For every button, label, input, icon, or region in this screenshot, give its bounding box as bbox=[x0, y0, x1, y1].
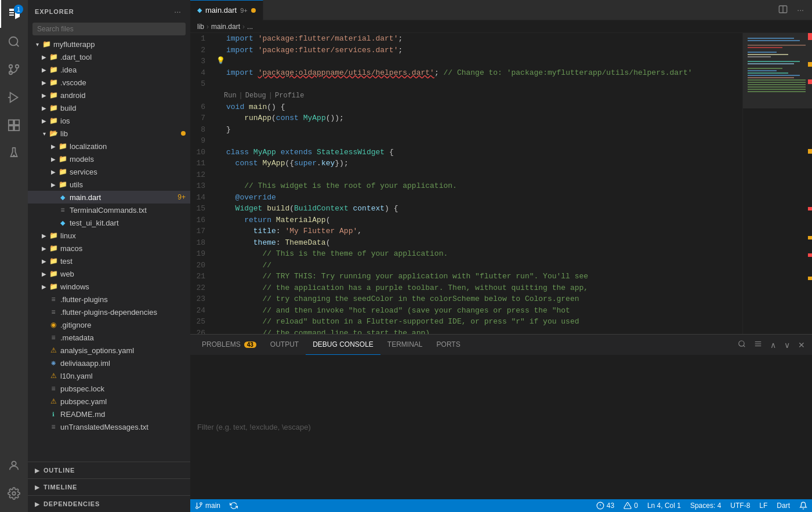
code-lens-debug[interactable]: Debug bbox=[245, 90, 266, 101]
svg-rect-37 bbox=[808, 33, 812, 40]
tree-item-analysis-options[interactable]: ▶ ⚠ analysis_options.yaml bbox=[28, 344, 190, 357]
tree-item-terminal-commands[interactable]: ▶ ≡ TerminalCommands.txt bbox=[28, 204, 190, 216]
build-icon: 📁 bbox=[49, 103, 58, 112]
activity-item-account[interactable] bbox=[0, 452, 28, 480]
tree-item-ios[interactable]: ▶ 📁 ios bbox=[28, 114, 190, 127]
main-dart-icon: ◆ bbox=[58, 193, 67, 202]
status-item-language[interactable]: Dart bbox=[772, 499, 795, 512]
status-item-notifications[interactable] bbox=[795, 499, 812, 512]
panel-scroll-up-button[interactable]: ∧ bbox=[768, 338, 778, 352]
breadcrumb-more[interactable]: ... bbox=[247, 23, 253, 31]
tree-item-readme[interactable]: ▶ ℹ README.md bbox=[28, 408, 190, 420]
tree-item-windows[interactable]: ▶ 📁 windows bbox=[28, 280, 190, 293]
tree-item-test-ui-kit[interactable]: ▶ ◆ test_ui_kit.dart bbox=[28, 216, 190, 229]
tree-item-main-dart[interactable]: ▶ ◆ main.dart 9+ bbox=[28, 191, 190, 204]
activity-item-search[interactable] bbox=[0, 28, 28, 56]
panel-close-button[interactable]: ✕ bbox=[796, 338, 807, 352]
eol-label: LF bbox=[759, 502, 767, 510]
panel-scroll-down-button[interactable]: ∨ bbox=[782, 338, 792, 352]
status-item-sync[interactable] bbox=[225, 499, 242, 512]
panel-tab-ports[interactable]: PORTS bbox=[430, 335, 467, 355]
activity-item-extensions[interactable] bbox=[0, 111, 28, 139]
tree-item-flutter-plugins[interactable]: ▶ ≡ .flutter-plugins bbox=[28, 293, 190, 306]
activity-item-explorer[interactable]: 1 bbox=[0, 0, 28, 28]
status-item-ln-col[interactable]: Ln 4, Col 1 bbox=[643, 499, 686, 512]
tree-item-idea[interactable]: ▶ 📁 .idea bbox=[28, 63, 190, 76]
tree-item-web[interactable]: ▶ 📁 web bbox=[28, 267, 190, 280]
tab-main-dart[interactable]: ◆ main.dart 9+ bbox=[190, 0, 263, 20]
panel-tab-terminal[interactable]: TERMINAL bbox=[380, 335, 430, 355]
line-content-16: return MaterialApp( bbox=[226, 215, 742, 226]
tree-item-models[interactable]: ▶ 📁 models bbox=[28, 152, 190, 165]
activity-item-testing[interactable] bbox=[0, 139, 28, 167]
timeline-label: TIMELINE bbox=[44, 484, 77, 491]
more-actions-button[interactable]: ··· bbox=[793, 3, 807, 17]
panel-filter-button[interactable] bbox=[752, 337, 764, 352]
test-label: test bbox=[60, 257, 190, 266]
status-item-eol[interactable]: LF bbox=[755, 499, 772, 512]
panel-filter-input[interactable] bbox=[197, 423, 805, 431]
tab-count: 9+ bbox=[240, 7, 248, 14]
dependencies-section-header[interactable]: ▶ DEPENDENCIES bbox=[28, 496, 190, 512]
tree-item-services[interactable]: ▶ 📁 services bbox=[28, 165, 190, 178]
tree-item-lib[interactable]: ▾ 📂 lib bbox=[28, 127, 190, 140]
code-lens-profile[interactable]: Profile bbox=[275, 90, 304, 101]
line-num-22: 22 bbox=[190, 282, 215, 294]
tree-item-flutter-plugins-dep[interactable]: ▶ ≡ .flutter-plugins-dependencies bbox=[28, 306, 190, 318]
split-editor-button[interactable] bbox=[775, 2, 791, 18]
root-chevron: ▾ bbox=[32, 39, 42, 49]
tree-item-untranslated[interactable]: ▶ ≡ unTranslatedMessages.txt bbox=[28, 420, 190, 433]
tree-item-pubspec-lock[interactable]: ▶ ≡ pubspec.lock bbox=[28, 382, 190, 395]
minimap[interactable] bbox=[742, 33, 812, 334]
code-editor[interactable]: 1 import 'package:flutter/material.dart'… bbox=[190, 33, 742, 334]
status-item-branch[interactable]: main bbox=[190, 499, 225, 512]
panel-tab-output[interactable]: OUTPUT bbox=[263, 335, 306, 355]
tree-item-l10n[interactable]: ▶ ⚠ l10n.yaml bbox=[28, 369, 190, 382]
metadata-icon: ≡ bbox=[49, 333, 58, 342]
svg-rect-26 bbox=[748, 68, 782, 69]
tree-item-vscode[interactable]: ▶ 📁 .vscode bbox=[28, 76, 190, 89]
activity-item-run[interactable] bbox=[0, 83, 28, 111]
timeline-section: ▶ TIMELINE bbox=[28, 478, 190, 495]
tree-item-build[interactable]: ▶ 📁 build bbox=[28, 101, 190, 114]
panel-tab-problems[interactable]: PROBLEMS 43 bbox=[195, 335, 263, 355]
svg-rect-27 bbox=[748, 70, 777, 71]
tree-item-localization[interactable]: ▶ 📁 localization bbox=[28, 140, 190, 152]
panel-content bbox=[190, 355, 812, 499]
readme-icon: ℹ bbox=[49, 409, 58, 419]
readme-label: README.md bbox=[60, 410, 190, 419]
code-line-9: 9 bbox=[190, 135, 742, 147]
timeline-section-header[interactable]: ▶ TIMELINE bbox=[28, 479, 190, 495]
tree-item-linux[interactable]: ▶ 📁 linux bbox=[28, 229, 190, 242]
code-line-22: 22 // the application has a purple toolb… bbox=[190, 282, 742, 294]
code-lens-run[interactable]: Run bbox=[224, 90, 237, 101]
tree-item-dart-tool[interactable]: ▶ 📁 .dart_tool bbox=[28, 50, 190, 63]
tree-item-test[interactable]: ▶ 📁 test bbox=[28, 255, 190, 267]
sidebar-more-button[interactable]: ··· bbox=[172, 6, 183, 17]
outline-section-header[interactable]: ▶ OUTLINE bbox=[28, 462, 190, 478]
lightbulb-icon[interactable]: 💡 bbox=[216, 56, 225, 67]
tree-item-root[interactable]: ▾ 📁 myflutterapp bbox=[28, 38, 190, 50]
tree-item-deliviaaapp[interactable]: ▶ ❋ deliviaaapp.iml bbox=[28, 357, 190, 369]
breadcrumb-lib[interactable]: lib bbox=[197, 23, 204, 31]
tree-item-android[interactable]: ▶ 📁 android bbox=[28, 89, 190, 101]
tree-item-macos[interactable]: ▶ 📁 macos bbox=[28, 242, 190, 255]
android-label: android bbox=[60, 91, 190, 100]
breadcrumb-file[interactable]: main.dart bbox=[211, 23, 240, 31]
status-item-spaces[interactable]: Spaces: 4 bbox=[686, 499, 726, 512]
status-item-errors[interactable]: 43 bbox=[592, 499, 619, 512]
status-item-encoding[interactable]: UTF-8 bbox=[726, 499, 755, 512]
tree-item-utils[interactable]: ▶ 📁 utils bbox=[28, 178, 190, 191]
tab-label: main.dart bbox=[205, 6, 237, 14]
minimap-svg bbox=[743, 33, 812, 334]
tree-item-pubspec-yaml[interactable]: ▶ ⚠ pubspec.yaml bbox=[28, 395, 190, 408]
panel-tab-debug-console[interactable]: DEBUG CONSOLE bbox=[306, 335, 380, 355]
problems-badge: 43 bbox=[244, 342, 256, 348]
activity-item-source-control[interactable] bbox=[0, 56, 28, 83]
sidebar-search-input[interactable] bbox=[32, 23, 186, 35]
tree-item-metadata[interactable]: ▶ ≡ .metadata bbox=[28, 331, 190, 344]
tree-item-gitignore[interactable]: ▶ ◉ .gitignore bbox=[28, 318, 190, 331]
status-item-warnings[interactable]: 0 bbox=[619, 499, 643, 512]
activity-item-settings[interactable] bbox=[0, 480, 28, 507]
panel-search-button[interactable] bbox=[735, 337, 748, 352]
